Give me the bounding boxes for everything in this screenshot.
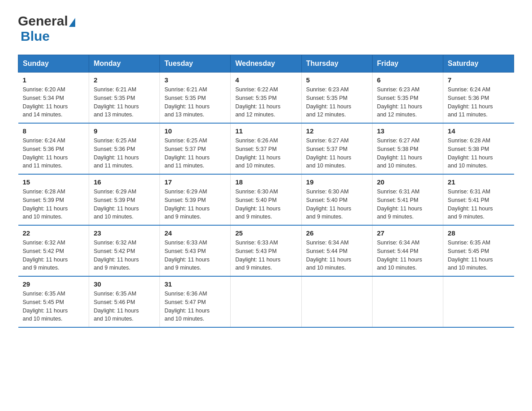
day-cell: 31 Sunrise: 6:36 AMSunset: 5:47 PMDaylig…	[160, 276, 231, 327]
day-info: Sunrise: 6:21 AMSunset: 5:35 PMDaylight:…	[94, 86, 155, 119]
day-info: Sunrise: 6:26 AMSunset: 5:37 PMDaylight:…	[235, 137, 296, 170]
day-info: Sunrise: 6:35 AMSunset: 5:45 PMDaylight:…	[448, 239, 510, 272]
page-header: General Blue	[18, 13, 514, 44]
day-number: 14	[448, 127, 510, 135]
week-row-5: 29 Sunrise: 6:35 AMSunset: 5:45 PMDaylig…	[18, 276, 514, 327]
day-cell: 14 Sunrise: 6:28 AMSunset: 5:38 PMDaylig…	[443, 123, 514, 174]
day-number: 30	[94, 280, 155, 288]
day-info: Sunrise: 6:27 AMSunset: 5:38 PMDaylight:…	[377, 137, 438, 170]
day-cell: 13 Sunrise: 6:27 AMSunset: 5:38 PMDaylig…	[372, 123, 443, 174]
day-cell: 27 Sunrise: 6:34 AMSunset: 5:44 PMDaylig…	[372, 225, 443, 276]
day-cell: 1 Sunrise: 6:20 AMSunset: 5:34 PMDayligh…	[18, 73, 89, 124]
logo: General Blue	[18, 13, 75, 44]
day-info: Sunrise: 6:34 AMSunset: 5:44 PMDaylight:…	[377, 239, 438, 272]
day-cell: 6 Sunrise: 6:23 AMSunset: 5:35 PMDayligh…	[372, 73, 443, 124]
day-cell: 16 Sunrise: 6:29 AMSunset: 5:39 PMDaylig…	[89, 174, 160, 225]
day-number: 9	[94, 127, 155, 135]
day-number: 26	[306, 229, 368, 237]
day-info: Sunrise: 6:21 AMSunset: 5:35 PMDaylight:…	[164, 86, 226, 119]
day-info: Sunrise: 6:24 AMSunset: 5:36 PMDaylight:…	[448, 86, 510, 119]
day-cell: 18 Sunrise: 6:30 AMSunset: 5:40 PMDaylig…	[231, 174, 301, 225]
day-cell: 11 Sunrise: 6:26 AMSunset: 5:37 PMDaylig…	[231, 123, 301, 174]
header-monday: Monday	[89, 55, 160, 73]
day-number: 23	[94, 229, 155, 237]
day-number: 21	[448, 178, 510, 186]
day-cell: 9 Sunrise: 6:25 AMSunset: 5:36 PMDayligh…	[89, 123, 160, 174]
logo-blue-text: Blue	[21, 29, 50, 43]
day-number: 10	[164, 127, 226, 135]
day-number: 29	[23, 280, 85, 288]
day-number: 17	[164, 178, 226, 186]
day-cell: 24 Sunrise: 6:33 AMSunset: 5:43 PMDaylig…	[160, 225, 231, 276]
header-saturday: Saturday	[443, 55, 514, 73]
day-number: 13	[377, 127, 438, 135]
day-number: 24	[164, 229, 226, 237]
header-tuesday: Tuesday	[160, 55, 231, 73]
day-info: Sunrise: 6:35 AMSunset: 5:46 PMDaylight:…	[94, 290, 155, 323]
day-number: 12	[306, 127, 368, 135]
day-cell: 19 Sunrise: 6:30 AMSunset: 5:40 PMDaylig…	[301, 174, 372, 225]
day-info: Sunrise: 6:20 AMSunset: 5:34 PMDaylight:…	[23, 86, 85, 119]
day-cell	[443, 276, 514, 327]
week-row-3: 15 Sunrise: 6:28 AMSunset: 5:39 PMDaylig…	[18, 174, 514, 225]
day-cell	[231, 276, 301, 327]
day-cell: 17 Sunrise: 6:29 AMSunset: 5:39 PMDaylig…	[160, 174, 231, 225]
day-info: Sunrise: 6:31 AMSunset: 5:41 PMDaylight:…	[448, 188, 510, 221]
day-cell: 22 Sunrise: 6:32 AMSunset: 5:42 PMDaylig…	[18, 225, 89, 276]
day-number: 8	[23, 127, 85, 135]
day-info: Sunrise: 6:34 AMSunset: 5:44 PMDaylight:…	[306, 239, 368, 272]
day-info: Sunrise: 6:33 AMSunset: 5:43 PMDaylight:…	[235, 239, 296, 272]
day-number: 5	[306, 76, 368, 84]
week-row-4: 22 Sunrise: 6:32 AMSunset: 5:42 PMDaylig…	[18, 225, 514, 276]
day-info: Sunrise: 6:30 AMSunset: 5:40 PMDaylight:…	[306, 188, 368, 221]
day-info: Sunrise: 6:23 AMSunset: 5:35 PMDaylight:…	[377, 86, 438, 119]
day-info: Sunrise: 6:33 AMSunset: 5:43 PMDaylight:…	[164, 239, 226, 272]
day-cell: 23 Sunrise: 6:32 AMSunset: 5:42 PMDaylig…	[89, 225, 160, 276]
day-number: 28	[448, 229, 510, 237]
weekday-header-row: SundayMondayTuesdayWednesdayThursdayFrid…	[18, 55, 514, 73]
day-info: Sunrise: 6:36 AMSunset: 5:47 PMDaylight:…	[164, 290, 226, 323]
day-cell: 29 Sunrise: 6:35 AMSunset: 5:45 PMDaylig…	[18, 276, 89, 327]
day-info: Sunrise: 6:25 AMSunset: 5:37 PMDaylight:…	[164, 137, 226, 170]
day-cell: 30 Sunrise: 6:35 AMSunset: 5:46 PMDaylig…	[89, 276, 160, 327]
day-number: 19	[306, 178, 368, 186]
header-wednesday: Wednesday	[231, 55, 301, 73]
day-info: Sunrise: 6:27 AMSunset: 5:37 PMDaylight:…	[306, 137, 368, 170]
day-number: 11	[235, 127, 296, 135]
week-row-1: 1 Sunrise: 6:20 AMSunset: 5:34 PMDayligh…	[18, 73, 514, 124]
day-number: 27	[377, 229, 438, 237]
day-cell: 26 Sunrise: 6:34 AMSunset: 5:44 PMDaylig…	[301, 225, 372, 276]
day-cell: 7 Sunrise: 6:24 AMSunset: 5:36 PMDayligh…	[443, 73, 514, 124]
day-info: Sunrise: 6:32 AMSunset: 5:42 PMDaylight:…	[94, 239, 155, 272]
day-number: 2	[94, 76, 155, 84]
logo-general-text: General	[18, 13, 68, 29]
day-cell: 25 Sunrise: 6:33 AMSunset: 5:43 PMDaylig…	[231, 225, 301, 276]
day-info: Sunrise: 6:24 AMSunset: 5:36 PMDaylight:…	[23, 137, 85, 170]
header-friday: Friday	[372, 55, 443, 73]
day-cell: 12 Sunrise: 6:27 AMSunset: 5:37 PMDaylig…	[301, 123, 372, 174]
day-info: Sunrise: 6:35 AMSunset: 5:45 PMDaylight:…	[23, 290, 85, 323]
header-thursday: Thursday	[301, 55, 372, 73]
day-cell: 10 Sunrise: 6:25 AMSunset: 5:37 PMDaylig…	[160, 123, 231, 174]
day-cell: 28 Sunrise: 6:35 AMSunset: 5:45 PMDaylig…	[443, 225, 514, 276]
day-number: 25	[235, 229, 296, 237]
calendar-table: SundayMondayTuesdayWednesdayThursdayFrid…	[18, 55, 514, 328]
day-number: 18	[235, 178, 296, 186]
day-number: 6	[377, 76, 438, 84]
day-info: Sunrise: 6:29 AMSunset: 5:39 PMDaylight:…	[164, 188, 226, 221]
day-info: Sunrise: 6:28 AMSunset: 5:38 PMDaylight:…	[448, 137, 510, 170]
day-number: 3	[164, 76, 226, 84]
day-info: Sunrise: 6:25 AMSunset: 5:36 PMDaylight:…	[94, 137, 155, 170]
logo-triangle-icon	[69, 18, 75, 27]
day-number: 4	[235, 76, 296, 84]
day-number: 31	[164, 280, 226, 288]
day-number: 16	[94, 178, 155, 186]
day-number: 15	[23, 178, 85, 186]
day-info: Sunrise: 6:30 AMSunset: 5:40 PMDaylight:…	[235, 188, 296, 221]
header-sunday: Sunday	[18, 55, 89, 73]
day-info: Sunrise: 6:31 AMSunset: 5:41 PMDaylight:…	[377, 188, 438, 221]
day-number: 22	[23, 229, 85, 237]
day-cell: 5 Sunrise: 6:23 AMSunset: 5:35 PMDayligh…	[301, 73, 372, 124]
day-cell	[372, 276, 443, 327]
day-number: 7	[448, 76, 510, 84]
